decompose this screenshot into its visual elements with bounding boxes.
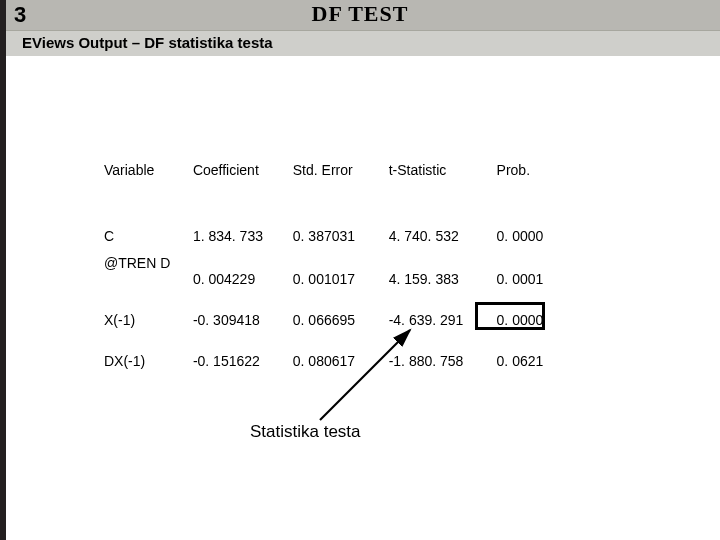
svg-line-0 [320,330,410,420]
col-header-tstat: t-Statistic [389,162,493,178]
page-title: DF TEST [0,1,720,27]
cell-prob: 0. 0000 [497,228,567,244]
cell-coef: 0. 004229 [193,271,289,287]
cell-variable: @TREN D [104,255,189,271]
table-row: @TREN D [104,255,624,271]
cell-tstat: 4. 159. 383 [389,271,493,287]
arrow-icon [300,320,440,430]
col-header-stderror: Std. Error [293,162,385,178]
cell-variable: C [104,228,189,244]
cell-prob: 0. 0621 [497,353,567,369]
cell-variable: DX(-1) [104,353,189,369]
cell-se: 0. 001017 [293,271,385,287]
highlight-box [475,302,545,330]
page-subtitle: EViews Output – DF statistika testa [22,34,273,51]
cell-prob: 0. 0001 [497,271,567,287]
caption-statistika-testa: Statistika testa [250,422,361,442]
table-row: C 1. 834. 733 0. 387031 4. 740. 532 0. 0… [104,228,624,244]
cell-coef: -0. 151622 [193,353,289,369]
table-header-row: Variable Coefficient Std. Error t-Statis… [104,162,624,178]
cell-coef: 1. 834. 733 [193,228,289,244]
table-row: 0. 004229 0. 001017 4. 159. 383 0. 0001 [104,271,624,287]
col-header-prob: Prob. [497,162,567,178]
cell-se: 0. 387031 [293,228,385,244]
cell-tstat: 4. 740. 532 [389,228,493,244]
left-stripe [0,0,6,540]
col-header-coefficient: Coefficient [193,162,289,178]
cell-variable: X(-1) [104,312,189,328]
col-header-variable: Variable [104,162,189,178]
cell-coef: -0. 309418 [193,312,289,328]
